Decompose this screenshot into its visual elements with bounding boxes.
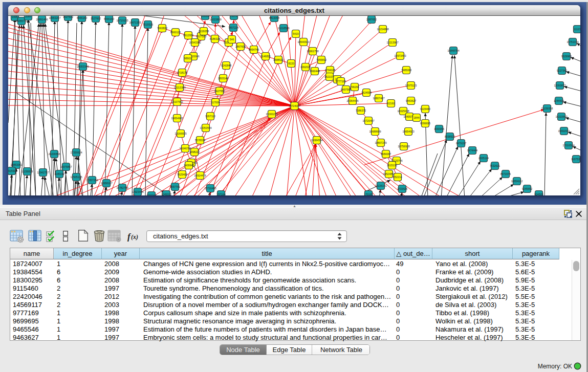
svg-text:8660123: 8660123 xyxy=(170,31,181,34)
svg-text:1527602: 1527602 xyxy=(63,16,73,18)
svg-text:2803144: 2803144 xyxy=(218,77,228,80)
svg-text:1244415: 1244415 xyxy=(554,99,564,102)
svg-text:10807487: 10807487 xyxy=(373,97,384,100)
svg-text:7485063: 7485063 xyxy=(401,69,411,72)
svg-text:9245652: 9245652 xyxy=(522,187,532,190)
svg-text:8186328: 8186328 xyxy=(210,37,220,40)
svg-text:9115460: 9115460 xyxy=(420,107,430,111)
svg-text:2718176: 2718176 xyxy=(177,71,187,74)
svg-text:16543382: 16543382 xyxy=(189,41,201,44)
svg-text:6099695: 6099695 xyxy=(420,122,430,125)
svg-text:1167533: 1167533 xyxy=(571,158,580,161)
svg-text:1733426: 1733426 xyxy=(397,187,407,190)
svg-text:9657791: 9657791 xyxy=(170,185,180,188)
svg-text:3624554: 3624554 xyxy=(361,91,372,94)
svg-text:78572: 78572 xyxy=(230,16,238,17)
svg-text:1527602: 1527602 xyxy=(91,17,101,20)
svg-text:7663822: 7663822 xyxy=(157,27,167,30)
svg-text:11156829: 11156829 xyxy=(21,170,33,173)
svg-text:15300275: 15300275 xyxy=(266,113,277,116)
svg-text:6497568: 6497568 xyxy=(341,88,351,91)
svg-text:16033809: 16033809 xyxy=(209,18,221,21)
svg-text:21159358: 21159358 xyxy=(541,107,553,110)
svg-text:16033: 16033 xyxy=(202,16,209,17)
svg-text:6466160: 6466160 xyxy=(104,17,114,20)
svg-text:20053346: 20053346 xyxy=(77,65,89,68)
svg-text:10756928: 10756928 xyxy=(398,145,409,148)
svg-text:1405: 1405 xyxy=(12,16,18,18)
svg-text:10975867: 10975867 xyxy=(60,165,72,168)
svg-text:546: 546 xyxy=(230,38,234,41)
svg-text:19654965: 19654965 xyxy=(171,117,183,120)
svg-text:16210643: 16210643 xyxy=(555,115,567,118)
svg-text:10973493: 10973493 xyxy=(394,54,406,57)
svg-text:2089: 2089 xyxy=(25,16,31,18)
svg-text:9777169: 9777169 xyxy=(336,80,346,83)
svg-text:7515526: 7515526 xyxy=(143,23,153,26)
svg-text:10688609: 10688609 xyxy=(369,130,381,133)
svg-text:98901: 98901 xyxy=(184,57,192,60)
svg-text:8813054: 8813054 xyxy=(269,16,279,19)
svg-text:16671355: 16671355 xyxy=(129,21,141,24)
svg-text:8427552: 8427552 xyxy=(214,90,225,93)
svg-text:1615132: 1615132 xyxy=(387,164,397,167)
svg-text:9329966: 9329966 xyxy=(561,55,572,58)
svg-text:17957253: 17957253 xyxy=(86,179,98,182)
svg-text:9463627: 9463627 xyxy=(406,99,416,102)
svg-text:15716485: 15716485 xyxy=(204,187,216,190)
svg-text:18807249: 18807249 xyxy=(375,141,386,144)
svg-text:13353594: 13353594 xyxy=(200,126,211,129)
svg-text:10107552: 10107552 xyxy=(171,100,183,103)
svg-text:252214: 252214 xyxy=(393,176,402,179)
svg-text:170165: 170165 xyxy=(364,193,373,195)
svg-text:6466160: 6466160 xyxy=(77,16,87,19)
svg-text:12213967: 12213967 xyxy=(386,41,398,44)
svg-text:9474444: 9474444 xyxy=(467,149,477,152)
svg-text:7955812: 7955812 xyxy=(316,58,326,61)
svg-text:8220: 8220 xyxy=(288,62,294,65)
svg-text:8226058: 8226058 xyxy=(199,30,209,33)
svg-text:12923446: 12923446 xyxy=(132,190,143,193)
svg-text:1145191: 1145191 xyxy=(54,172,64,176)
svg-text:9245012: 9245012 xyxy=(161,193,171,195)
svg-text:10025438: 10025438 xyxy=(397,110,409,113)
svg-text:15751074: 15751074 xyxy=(567,40,578,43)
svg-text:12093872: 12093872 xyxy=(554,84,565,87)
svg-text:8912954: 8912954 xyxy=(183,34,193,37)
svg-text:20206556: 20206556 xyxy=(48,152,60,156)
svg-text:17016504: 17016504 xyxy=(562,144,574,147)
svg-text:9227342: 9227342 xyxy=(557,69,567,72)
svg-text:8938923: 8938923 xyxy=(445,135,455,138)
svg-text:12213389: 12213389 xyxy=(173,86,185,89)
svg-text:17359924: 17359924 xyxy=(70,151,82,154)
svg-text:3915911: 3915911 xyxy=(8,169,17,172)
svg-text:8471676: 8471676 xyxy=(500,172,511,176)
svg-text:19166825: 19166825 xyxy=(175,132,186,135)
svg-text:7625402: 7625402 xyxy=(177,173,187,176)
svg-text:9242848: 9242848 xyxy=(221,64,231,67)
svg-text:1844: 1844 xyxy=(413,116,420,119)
svg-text:12975115: 12975115 xyxy=(405,84,417,87)
svg-text:10653267: 10653267 xyxy=(49,16,60,19)
svg-text:16154808: 16154808 xyxy=(377,28,388,31)
svg-text:62160: 62160 xyxy=(387,102,395,105)
svg-text:19654923: 19654923 xyxy=(402,130,414,133)
svg-text:16848784: 16848784 xyxy=(447,49,459,52)
svg-text:10046766: 10046766 xyxy=(179,147,191,150)
svg-text:10654112: 10654112 xyxy=(511,180,523,183)
svg-text:14853061: 14853061 xyxy=(10,163,22,166)
svg-text:5578334: 5578334 xyxy=(195,139,205,142)
svg-text:7857224: 7857224 xyxy=(228,26,238,29)
svg-text:1498222: 1498222 xyxy=(189,150,200,154)
svg-text:746266: 746266 xyxy=(350,85,359,89)
svg-text:6794028: 6794028 xyxy=(325,69,335,72)
svg-text:20364436: 20364436 xyxy=(346,99,358,102)
svg-text:16914479: 16914479 xyxy=(194,174,206,177)
svg-text:1640956: 1640956 xyxy=(434,127,444,130)
svg-text:(x): (x) xyxy=(131,233,138,240)
svg-text:18640910: 18640910 xyxy=(297,40,309,43)
svg-text:16961758: 16961758 xyxy=(307,50,318,53)
svg-text:924505: 924505 xyxy=(534,193,543,195)
svg-text:7632621: 7632621 xyxy=(490,164,500,167)
svg-text:1588520: 1588520 xyxy=(273,58,284,61)
